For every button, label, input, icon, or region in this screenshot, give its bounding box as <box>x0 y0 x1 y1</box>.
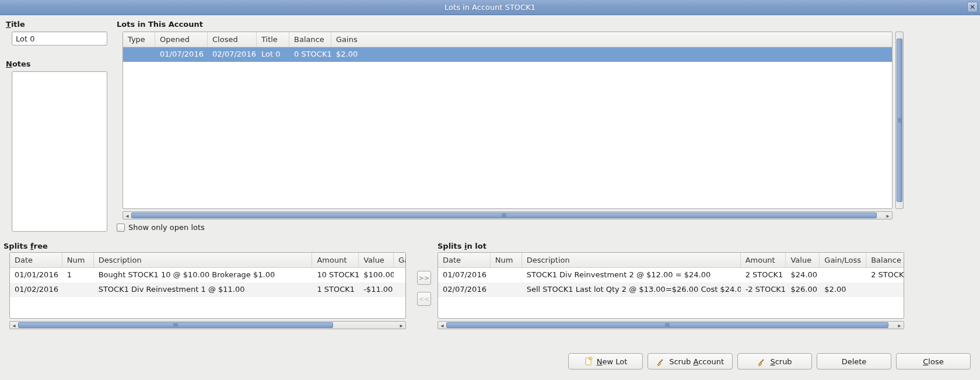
col-num[interactable]: Num <box>491 253 522 267</box>
cell-balance: 0 STOCK1 <box>289 47 331 62</box>
cell-value: $24.00 <box>786 268 820 283</box>
show-only-open-lots-checkbox[interactable]: Show only open lots <box>117 223 205 232</box>
cell-balance <box>866 283 904 297</box>
cell-description: Sell STOCK1 Last lot Qty 2 @ $13.00=$26.… <box>522 283 741 297</box>
move-from-lot-button[interactable]: << <box>417 292 431 306</box>
scroll-right-icon: ▸ <box>884 212 891 219</box>
new-icon <box>584 357 593 366</box>
new-lot-button[interactable]: New Lot <box>568 353 643 369</box>
col-amount[interactable]: Amount <box>741 253 786 267</box>
scroll-left-icon: ◂ <box>10 322 18 329</box>
chevron-left-icon: << <box>419 295 429 303</box>
title-label: Title <box>6 20 25 29</box>
cell-num <box>62 283 94 297</box>
col-date[interactable]: Date <box>10 253 62 267</box>
col-title[interactable]: Title <box>257 32 289 47</box>
cell-description: STOCK1 Div Reinvestment 1 @ $11.00 <box>94 283 313 297</box>
col-opened[interactable]: Opened <box>155 32 208 47</box>
svg-point-2 <box>590 357 593 360</box>
table-row[interactable]: 01/07/2016 STOCK1 Div Reinvestment 2 @ $… <box>438 268 904 283</box>
cell-amount: 10 STOCK1 <box>312 268 359 283</box>
close-button[interactable]: Close <box>896 353 971 369</box>
splits-in-lot-table[interactable]: Date Num Description Amount Value Gain/L… <box>438 252 904 319</box>
splits-free-heading: Splits free <box>4 242 48 250</box>
lot-title-input[interactable] <box>12 32 107 46</box>
splits-in-horizontal-scrollbar[interactable]: ◂ ▸ <box>438 321 904 329</box>
scroll-left-icon: ◂ <box>124 212 131 219</box>
lots-table[interactable]: Type Opened Closed Title Balance Gains 0… <box>123 32 892 209</box>
cell-description: Bought STOCK1 10 @ $10.00 Brokerage $1.0… <box>94 268 313 283</box>
cell-amount: -2 STOCK1 <box>741 283 786 297</box>
table-row[interactable]: 01/02/2016 STOCK1 Div Reinvestment 1 @ $… <box>10 283 405 297</box>
splits-in-header-row: Date Num Description Amount Value Gain/L… <box>438 253 904 268</box>
cell-amount: 1 STOCK1 <box>312 283 359 297</box>
col-description[interactable]: Description <box>522 253 741 267</box>
notes-label: Notes <box>6 60 31 68</box>
col-num[interactable]: Num <box>62 253 94 267</box>
cell-value: $100.00 <box>359 268 394 283</box>
scrub-button[interactable]: Scrub <box>737 353 812 369</box>
cell-date: 02/07/2016 <box>438 283 491 297</box>
scroll-right-icon: ▸ <box>896 322 903 329</box>
close-icon: ✕ <box>970 4 975 11</box>
col-date[interactable]: Date <box>438 253 491 267</box>
cell-closed: 02/07/2016 <box>208 47 257 62</box>
cell-gain: $2.00 <box>820 283 866 297</box>
delete-button[interactable]: Delete <box>817 353 891 369</box>
cell-num <box>491 283 522 297</box>
col-value[interactable]: Value <box>359 253 394 267</box>
cell-value: -$11.00 <box>359 283 394 297</box>
chevron-right-icon: >> <box>419 274 429 282</box>
cell-date: 01/02/2016 <box>10 283 62 297</box>
broom-icon <box>757 357 766 366</box>
checkbox-icon <box>117 224 125 232</box>
window-close-button[interactable]: ✕ <box>967 2 978 12</box>
cell-num: 1 <box>62 268 94 283</box>
col-gains[interactable]: Gains <box>331 32 892 47</box>
lots-table-heading: Lots in This Account <box>117 20 203 29</box>
broom-icon <box>656 357 666 366</box>
move-to-lot-button[interactable]: >> <box>417 271 431 285</box>
splits-in-heading: Splits in lot <box>438 242 487 250</box>
lots-table-row[interactable]: 01/07/2016 02/07/2016 Lot 0 0 STOCK1 $2.… <box>123 47 892 62</box>
col-description[interactable]: Description <box>94 253 313 267</box>
cell-gains: $2.00 <box>331 47 892 62</box>
col-type[interactable]: Type <box>123 32 155 47</box>
svg-marker-6 <box>758 362 762 366</box>
dialog-button-bar: New Lot Scrub Account Scrub Delete Close <box>568 353 971 369</box>
cell-gain <box>394 268 405 283</box>
cell-num <box>491 268 522 283</box>
col-gainloss[interactable]: Gain/Loss <box>820 253 866 267</box>
cell-date: 01/01/2016 <box>10 268 62 283</box>
scrub-account-button[interactable]: Scrub Account <box>648 353 733 369</box>
table-row[interactable]: 01/01/2016 1 Bought STOCK1 10 @ $10.00 B… <box>10 268 405 283</box>
lots-table-horizontal-scrollbar[interactable]: ◂ ▸ <box>123 211 892 219</box>
col-value[interactable]: Value <box>786 253 820 267</box>
scroll-left-icon: ◂ <box>439 322 446 329</box>
cell-value: $26.00 <box>786 283 820 297</box>
col-gain[interactable]: Ga <box>394 253 405 267</box>
col-balance[interactable]: Balance <box>289 32 331 47</box>
delete-button-label: Delete <box>842 357 867 366</box>
col-balance[interactable]: Balance <box>866 253 904 267</box>
lot-notes-input[interactable] <box>12 71 107 232</box>
cell-date: 01/07/2016 <box>438 268 491 283</box>
window-titlebar: Lots in Account STOCK1 ✕ <box>0 0 980 15</box>
col-closed[interactable]: Closed <box>208 32 257 47</box>
cell-description: STOCK1 Div Reinvestment 2 @ $12.00 = $24… <box>522 268 741 283</box>
window-title: Lots in Account STOCK1 <box>444 3 536 12</box>
show-only-open-lots-label: Show only open lots <box>128 223 205 232</box>
cell-type <box>123 47 155 62</box>
svg-marker-4 <box>657 362 661 366</box>
lots-table-vertical-scrollbar[interactable] <box>895 32 904 209</box>
table-row[interactable]: 02/07/2016 Sell STOCK1 Last lot Qty 2 @ … <box>438 283 904 297</box>
cell-opened: 01/07/2016 <box>155 47 208 62</box>
cell-gain <box>820 268 866 283</box>
cell-gain <box>394 283 405 297</box>
lots-table-header-row: Type Opened Closed Title Balance Gains <box>123 32 892 47</box>
col-amount[interactable]: Amount <box>312 253 359 267</box>
splits-free-horizontal-scrollbar[interactable]: ◂ ▸ <box>9 321 406 329</box>
splits-free-table[interactable]: Date Num Description Amount Value Ga 01/… <box>9 252 406 319</box>
cell-title: Lot 0 <box>257 47 289 62</box>
splits-free-header-row: Date Num Description Amount Value Ga <box>10 253 405 268</box>
